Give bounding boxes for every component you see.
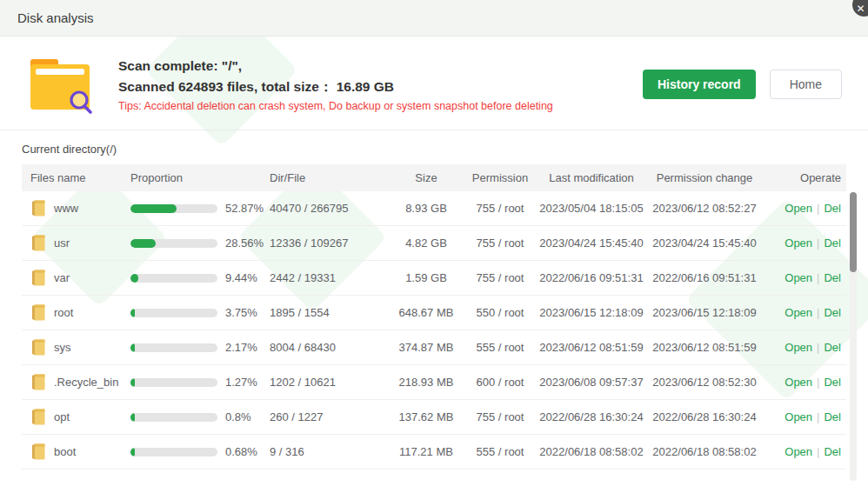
proportion-cell: 52.87%	[130, 202, 270, 215]
permission-value: 555 / root	[465, 341, 535, 354]
operate-separator: |	[817, 202, 819, 215]
table-scrollbar-thumb[interactable]	[850, 192, 857, 272]
size-value: 137.62 MB	[387, 410, 465, 423]
operate-cell: Open|Del	[761, 410, 846, 423]
open-link[interactable]: Open	[785, 202, 812, 215]
proportion-cell: 28.56%	[130, 237, 270, 250]
open-link[interactable]: Open	[785, 376, 812, 389]
del-link[interactable]: Del	[824, 341, 841, 354]
permission-change-value: 2023/06/12 08:52:30	[648, 376, 761, 389]
permission-value: 755 / root	[465, 202, 535, 215]
del-link[interactable]: Del	[824, 271, 841, 284]
del-link[interactable]: Del	[824, 237, 841, 250]
operate-separator: |	[817, 271, 819, 284]
folder-icon	[30, 270, 45, 286]
operate-cell: Open|Del	[761, 306, 846, 319]
del-link[interactable]: Del	[824, 306, 841, 319]
permission-change-value: 2023/06/12 08:52:27	[648, 202, 761, 215]
proportion-bar-track	[130, 309, 217, 317]
dir-file-value: 1202 / 10621	[270, 376, 387, 389]
table-scrollbar-track[interactable]	[850, 192, 857, 481]
proportion-cell: 2.17%	[130, 341, 270, 354]
permission-value: 755 / root	[465, 237, 535, 250]
operate-cell: Open|Del	[761, 202, 846, 215]
size-value: 374.87 MB	[387, 341, 465, 354]
file-name: www	[54, 202, 78, 215]
open-link[interactable]: Open	[785, 306, 812, 319]
open-link[interactable]: Open	[785, 237, 812, 250]
del-link[interactable]: Del	[824, 445, 841, 458]
last-modification-value: 2023/06/08 09:57:37	[535, 376, 648, 389]
last-modification-value: 2022/06/28 16:30:24	[535, 410, 648, 423]
del-link[interactable]: Del	[824, 410, 841, 423]
permission-change-value: 2023/06/15 12:18:09	[648, 306, 761, 319]
file-name-cell: opt	[22, 409, 130, 425]
dir-file-value: 1895 / 1554	[270, 306, 387, 319]
scan-summary-section: Scan complete: "/", Scanned 624893 files…	[0, 37, 868, 130]
size-value: 218.93 MB	[387, 376, 465, 389]
file-name: sys	[54, 341, 71, 354]
permission-value: 755 / root	[465, 271, 535, 284]
scan-complete-line: Scan complete: "/",	[118, 56, 553, 77]
proportion-value: 2.17%	[225, 341, 257, 354]
del-link[interactable]: Del	[824, 202, 841, 215]
del-link[interactable]: Del	[824, 376, 841, 389]
last-modification-value: 2022/06/18 08:58:02	[535, 445, 648, 458]
permission-value: 600 / root	[465, 376, 535, 389]
operate-separator: |	[817, 237, 819, 250]
files-table: Files name Proportion Dir/File Size Perm…	[22, 164, 846, 470]
column-header-dir-file: Dir/File	[270, 171, 387, 184]
proportion-bar-track	[130, 204, 217, 213]
open-link[interactable]: Open	[785, 410, 812, 423]
size-value: 4.82 GB	[387, 237, 465, 250]
operate-separator: |	[817, 376, 819, 389]
operate-separator: |	[817, 445, 819, 458]
folder-icon	[30, 443, 45, 460]
operate-cell: Open|Del	[761, 341, 846, 354]
file-name-cell: usr	[22, 235, 130, 251]
scan-total-line: Scanned 624893 files, total size： 16.89 …	[118, 77, 553, 97]
column-header-size: Size	[387, 171, 465, 184]
folder-icon	[30, 235, 45, 251]
file-name-cell: boot	[22, 443, 130, 460]
scan-buttons: History record Home	[643, 70, 842, 99]
proportion-bar-track	[130, 239, 217, 248]
column-header-permission: Permission	[465, 171, 535, 184]
file-name: root	[54, 306, 73, 319]
file-name: .Recycle_bin	[54, 376, 118, 389]
folder-icon	[30, 409, 45, 425]
window-title: Disk analysis	[17, 10, 94, 25]
permission-change-value: 2022/06/18 08:58:02	[648, 445, 761, 458]
open-link[interactable]: Open	[785, 445, 812, 458]
window-titlebar: Disk analysis ✕	[0, 0, 868, 37]
open-link[interactable]: Open	[785, 271, 812, 284]
operate-cell: Open|Del	[761, 445, 846, 458]
proportion-bar-track	[130, 413, 217, 422]
table-row: .Recycle_bin 1.27% 1202 / 10621 218.93 M…	[22, 365, 846, 400]
file-name: usr	[54, 237, 70, 250]
proportion-bar-fill	[130, 448, 135, 456]
proportion-cell: 1.27%	[130, 376, 270, 389]
proportion-bar-fill	[130, 378, 135, 387]
home-button[interactable]: Home	[770, 70, 842, 99]
history-record-button[interactable]: History record	[643, 70, 756, 99]
column-header-permission-change: Permission change	[648, 171, 761, 184]
dir-file-value: 12336 / 109267	[270, 237, 387, 250]
current-directory-label: Current directory(/)	[0, 130, 868, 164]
open-link[interactable]: Open	[785, 341, 812, 354]
last-modification-value: 2023/06/12 08:51:59	[535, 341, 648, 354]
proportion-bar-fill	[130, 204, 177, 213]
close-button[interactable]: ✕	[852, 0, 868, 17]
table-header-row: Files name Proportion Dir/File Size Perm…	[22, 164, 846, 191]
proportion-bar-fill	[130, 413, 135, 422]
permission-change-value: 2023/04/24 15:45:40	[648, 237, 761, 250]
permission-change-value: 2022/06/16 09:51:31	[648, 271, 761, 284]
operate-separator: |	[817, 410, 819, 423]
proportion-value: 9.44%	[225, 271, 257, 284]
last-modification-value: 2023/06/15 12:18:09	[535, 306, 648, 319]
proportion-cell: 0.68%	[130, 445, 270, 458]
proportion-value: 28.56%	[225, 237, 264, 250]
proportion-value: 52.87%	[225, 202, 264, 215]
folder-icon	[30, 304, 45, 321]
proportion-cell: 9.44%	[130, 271, 270, 284]
